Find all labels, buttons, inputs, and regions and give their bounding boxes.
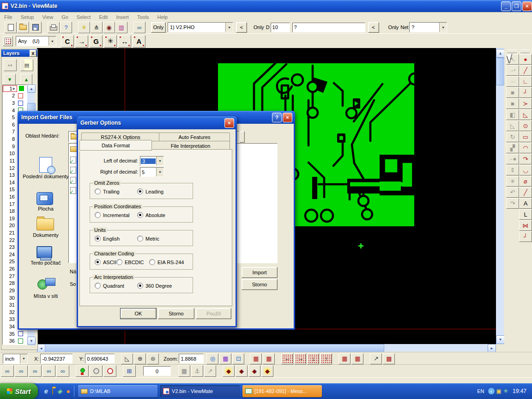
dcode-trace-button[interactable]: ↔ xyxy=(118,35,131,48)
layer-color-chip[interactable] xyxy=(18,331,23,336)
net-combo[interactable]: ? ▼ xyxy=(409,22,447,32)
tile-windows-icon[interactable]: ⊞ xyxy=(123,365,136,377)
tray-messenger-icon[interactable]: ▣ xyxy=(496,388,502,394)
grid-display-icon[interactable]: ▦ xyxy=(263,353,275,364)
zoom-select-icon[interactable]: ⊡ xyxy=(232,353,244,364)
horizontal-scrollbar[interactable]: ◄ ► xyxy=(37,344,495,351)
menu-go[interactable]: Go xyxy=(57,13,73,21)
file-gerber-item[interactable] xyxy=(70,177,76,184)
dot-grid-icon[interactable]: ▦ xyxy=(178,365,190,377)
flash-diamond-2-icon[interactable]: ◆ xyxy=(236,365,248,377)
scroll-right-icon[interactable]: ► xyxy=(488,344,496,352)
menu-edit[interactable]: Edit xyxy=(95,13,112,21)
pan-up-icon[interactable]: ↑ xyxy=(320,353,332,364)
only-layer-button[interactable]: Only xyxy=(151,22,166,33)
draw-rect-tool[interactable]: ▭ xyxy=(519,132,532,142)
reader-icon[interactable]: ◈ xyxy=(57,387,62,395)
import-help-button[interactable]: ? xyxy=(272,113,282,122)
stretch-icon[interactable]: ↗ xyxy=(204,365,216,377)
toolbar-grip[interactable] xyxy=(508,49,517,53)
place-desktop[interactable]: Plocha xyxy=(22,206,70,212)
draw-sketch-tool[interactable]: ╱ xyxy=(519,187,532,198)
filled-rect-tool[interactable]: ■ xyxy=(506,87,519,98)
pan-down-icon[interactable]: ↓ xyxy=(307,353,319,364)
place-documents[interactable]: Dokumenty xyxy=(22,232,70,238)
snap-target-icon[interactable]: ⊛ xyxy=(147,353,159,364)
preview-glasses-icon[interactable]: ∞ xyxy=(133,22,145,33)
draw-polyline-tool[interactable]: ∟ xyxy=(519,76,532,87)
view-all-icon[interactable]: ✳ xyxy=(78,22,90,33)
radio-leading[interactable]: Leading xyxy=(137,188,163,194)
grid-value-field[interactable]: 0 xyxy=(143,366,171,376)
place-recent[interactable]: Poslední dokumenty xyxy=(22,174,70,179)
filter-pads-icon[interactable] xyxy=(3,36,13,46)
prev-layer-button[interactable]: < xyxy=(236,22,247,33)
firefox-icon[interactable]: ● xyxy=(66,387,70,395)
draw-arc2-tool[interactable]: ◡ xyxy=(519,165,532,175)
ie-icon[interactable]: e xyxy=(44,387,48,395)
right-decimal-combo[interactable]: 5 ▼ xyxy=(140,167,164,177)
radio-360-degree[interactable]: 360 Degree xyxy=(137,283,172,289)
place-computer-icon[interactable] xyxy=(36,246,52,258)
radio-ascii[interactable]: ASCII xyxy=(95,259,116,265)
layer-row-3[interactable]: 3 xyxy=(3,99,28,107)
place-network[interactable]: Místa v síti xyxy=(22,293,70,299)
apply-button[interactable]: Použít xyxy=(196,308,231,319)
offset-grid-icon[interactable]: ▦ xyxy=(351,353,363,364)
anchor-icon[interactable]: ⚓ xyxy=(191,365,203,377)
horizontal-scroll-thumb[interactable] xyxy=(45,344,384,352)
dcode-flash-button[interactable]: ✳ xyxy=(104,35,117,48)
select-region-icon[interactable]: ▩ xyxy=(383,353,395,364)
layers-close-icon[interactable]: x xyxy=(30,50,36,57)
unit-combo[interactable]: inch ▼ xyxy=(3,354,28,364)
task-messenger[interactable]: [191-482-091] - Mess... xyxy=(242,385,322,397)
draw-pad-tool[interactable]: ● xyxy=(519,54,532,65)
layers-scroll-down-icon[interactable]: ▼ xyxy=(27,337,36,345)
layer-color-chip[interactable] xyxy=(18,101,23,106)
filled-rect2-tool[interactable]: ■ xyxy=(506,98,519,109)
scroll-down-icon[interactable]: ▼ xyxy=(496,335,505,344)
tray-chevron-icon[interactable]: ‹ xyxy=(488,388,495,394)
tab-data-format[interactable]: Data Format xyxy=(79,140,152,151)
vertical-scroll-thumb[interactable] xyxy=(496,58,505,85)
dimension-tool[interactable]: ⋈ xyxy=(519,220,532,231)
left-decimal-combo[interactable]: 3 ▼ xyxy=(140,156,164,166)
redo-tool[interactable]: ↷ xyxy=(506,198,519,209)
file-gerber-item[interactable] xyxy=(70,167,76,174)
draw-corner-tool[interactable]: ┘ xyxy=(519,87,532,98)
scroll-up-icon[interactable]: ▲ xyxy=(496,49,505,58)
move-item-tool[interactable]: →◆ xyxy=(506,154,519,164)
mirror-tool[interactable]: ◧ xyxy=(506,109,519,120)
ok-button[interactable]: OK xyxy=(120,308,157,319)
flash-diamond-3-icon[interactable]: ◆ xyxy=(248,365,260,377)
place-computer[interactable]: Tento počítač xyxy=(22,260,70,266)
move-pad-tool[interactable]: →• xyxy=(506,65,519,76)
step-grid-icon[interactable]: ▦ xyxy=(339,353,351,364)
explorer-folder-icon[interactable] xyxy=(52,388,53,394)
layer-row-2[interactable]: 2 xyxy=(3,92,28,100)
layer-combo-arrow-icon[interactable]: ▼ xyxy=(225,23,233,32)
flip-tool[interactable]: ◺ xyxy=(506,121,519,131)
only-net-label[interactable]: Only xyxy=(388,24,399,30)
dcode-list-icon[interactable]: ◉ xyxy=(103,22,115,33)
view-preset-2-glasses-icon[interactable]: ∞ xyxy=(15,365,28,377)
origin-icon[interactable]: ⊕ xyxy=(134,353,146,364)
view-preset-1-glasses-icon[interactable]: ∞ xyxy=(1,365,14,377)
dcode-text-button[interactable]: A xyxy=(133,35,145,48)
file-gerber-item[interactable] xyxy=(70,157,76,163)
menu-view[interactable]: View xyxy=(38,13,57,21)
unit-combo-arrow-icon[interactable]: ▼ xyxy=(20,354,27,363)
close-button[interactable]: × xyxy=(522,1,532,11)
lamp-outline-icon[interactable] xyxy=(103,365,116,377)
view-preset-3-glasses-icon[interactable]: ∞ xyxy=(29,365,42,377)
flash-diamond-4-icon[interactable]: ◆ xyxy=(261,365,273,377)
layer-down-button[interactable]: ▼ xyxy=(4,74,16,85)
draw-line-tool[interactable]: ╱ xyxy=(519,65,532,76)
layer-color-chip[interactable] xyxy=(18,339,23,344)
layers-scroll-up-icon[interactable]: ▲ xyxy=(27,85,36,93)
clock[interactable]: 19:47 xyxy=(513,388,526,394)
radio-incremental[interactable]: Incremental xyxy=(95,212,129,218)
layer-up-button[interactable]: ▲ xyxy=(20,74,32,85)
open-file-icon[interactable] xyxy=(17,22,29,33)
net-combo-arrow-icon[interactable]: ▼ xyxy=(439,23,447,32)
